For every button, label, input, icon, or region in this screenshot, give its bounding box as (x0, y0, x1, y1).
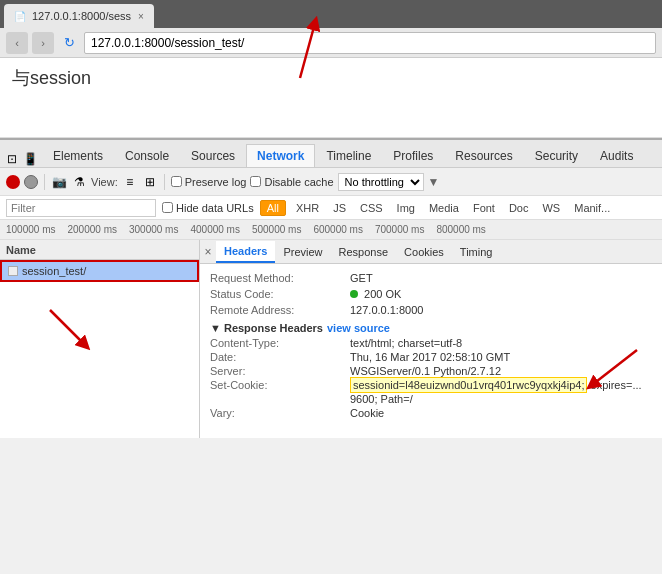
date-row: Date: Thu, 16 Mar 2017 02:58:10 GMT (210, 350, 652, 364)
set-cookie-value: sessionid=l48euizwnd0u1vrq401rwc9yqxkj4i… (350, 379, 642, 391)
arrow-to-name (30, 300, 130, 360)
timeline-label-3: 400000 ms (184, 224, 245, 235)
timeline-label-5: 600000 ms (307, 224, 368, 235)
status-green-dot (350, 290, 358, 298)
tab-timeline[interactable]: Timeline (315, 144, 382, 167)
preserve-log-checkbox[interactable] (171, 176, 182, 187)
details-tab-timing[interactable]: Timing (452, 242, 501, 262)
content-type-key: Content-Type: (210, 337, 350, 349)
preserve-log-label: Preserve log (171, 176, 247, 188)
status-code-value: 200 OK (350, 288, 652, 300)
separator (44, 174, 45, 190)
timeline-label-0: 100000 ms (0, 224, 61, 235)
clear-button[interactable] (24, 175, 38, 189)
remote-address-value: 127.0.0.1:8000 (350, 304, 652, 316)
server-row: Server: WSGIServer/0.1 Python/2.7.12 (210, 364, 652, 378)
filter-media-button[interactable]: Media (425, 201, 463, 215)
details-tab-preview[interactable]: Preview (275, 242, 330, 262)
content-type-row: Content-Type: text/html; charset=utf-8 (210, 336, 652, 350)
list-view-icon[interactable]: ≡ (122, 174, 138, 190)
hide-data-urls-checkbox[interactable] (162, 202, 173, 213)
path-row: 9600; Path=/ (210, 392, 652, 406)
timeline-label-2: 300000 ms (123, 224, 184, 235)
remote-address-row: Remote Address: 127.0.0.1:8000 (210, 302, 652, 318)
filter-icon[interactable]: ⚗ (71, 174, 87, 190)
browser-tab[interactable]: 📄 127.0.0.1:8000/sess... × (4, 4, 154, 28)
tab-profiles[interactable]: Profiles (382, 144, 444, 167)
timeline-header: 100000 ms 200000 ms 300000 ms 400000 ms … (0, 220, 662, 240)
view-label: View: (91, 176, 118, 188)
back-button[interactable]: ‹ (6, 32, 28, 54)
details-tab-headers[interactable]: Headers (216, 241, 275, 263)
page-title: 与session (12, 68, 91, 88)
request-method-value: GET (350, 272, 652, 284)
forward-button[interactable]: › (32, 32, 54, 54)
filter-manif-button[interactable]: Manif... (570, 201, 614, 215)
server-value: WSGIServer/0.1 Python/2.7.12 (350, 365, 501, 377)
cookie-highlight: sessionid=l48euizwnd0u1vrq401rwc9yqxkj4i… (350, 377, 587, 393)
throttle-select[interactable]: No throttling (338, 173, 424, 191)
view-source-link[interactable]: view source (327, 322, 390, 334)
disable-cache-label: Disable cache (250, 176, 333, 188)
address-bar[interactable] (84, 32, 656, 54)
timeline-label-4: 500000 ms (246, 224, 307, 235)
set-cookie-key: Set-Cookie: (210, 379, 350, 391)
devtools-tab-bar: ⊡ 📱 Elements Console Sources Network Tim… (0, 140, 662, 168)
date-value: Thu, 16 Mar 2017 02:58:10 GMT (350, 351, 510, 363)
vary-value: Cookie (350, 407, 384, 419)
status-code-key: Status Code: (210, 288, 350, 300)
request-method-row: Request Method: GET (210, 270, 652, 286)
date-key: Date: (210, 351, 350, 363)
server-key: Server: (210, 365, 350, 377)
details-panel: × Headers Preview Response Cookies Timin… (200, 240, 662, 438)
tab-console[interactable]: Console (114, 144, 180, 167)
content-type-value: text/html; charset=utf-8 (350, 337, 462, 349)
filter-font-button[interactable]: Font (469, 201, 499, 215)
inspect-icon[interactable]: ⊡ (4, 151, 20, 167)
refresh-button[interactable]: ↻ (58, 32, 80, 54)
record-button[interactable] (6, 175, 20, 189)
filter-doc-button[interactable]: Doc (505, 201, 533, 215)
timeline-label-6: 700000 ms (369, 224, 430, 235)
tab-close-button[interactable]: × (138, 11, 144, 22)
grid-view-icon[interactable]: ⊞ (142, 174, 158, 190)
filter-img-button[interactable]: Img (393, 201, 419, 215)
name-panel-header: Name (0, 240, 199, 260)
details-tab-bar: × Headers Preview Response Cookies Timin… (200, 240, 662, 264)
filter-all-button[interactable]: All (260, 200, 286, 216)
status-code-row: Status Code: 200 OK (210, 286, 652, 302)
tab-elements[interactable]: Elements (42, 144, 114, 167)
tab-title: 127.0.0.1:8000/sess... (32, 10, 132, 22)
filter-xhr-button[interactable]: XHR (292, 201, 323, 215)
filter-input[interactable] (6, 199, 156, 217)
details-close-button[interactable]: × (200, 244, 216, 260)
filter-css-button[interactable]: CSS (356, 201, 387, 215)
timeline-label-7: 800000 ms (430, 224, 491, 235)
request-item[interactable]: session_test/ (0, 260, 199, 282)
tab-resources[interactable]: Resources (444, 144, 523, 167)
vary-row: Vary: Cookie (210, 406, 652, 420)
request-item-icon (8, 266, 18, 276)
filter-js-button[interactable]: JS (329, 201, 350, 215)
name-panel: Name session_test/ (0, 240, 200, 438)
response-headers-section: ▼ Response Headers view source (210, 318, 652, 336)
tab-audits[interactable]: Audits (589, 144, 644, 167)
filter-ws-button[interactable]: WS (538, 201, 564, 215)
tab-network[interactable]: Network (246, 144, 315, 167)
tab-sources[interactable]: Sources (180, 144, 246, 167)
remote-address-key: Remote Address: (210, 304, 350, 316)
camera-icon[interactable]: 📷 (51, 174, 67, 190)
vary-key: Vary: (210, 407, 350, 419)
throttle-dropdown-icon[interactable]: ▼ (428, 175, 440, 189)
tab-security[interactable]: Security (524, 144, 589, 167)
path-value: 9600; Path=/ (350, 393, 413, 405)
svg-line-3 (50, 310, 85, 345)
hide-data-urls-label: Hide data URLs (162, 202, 254, 214)
set-cookie-row: Set-Cookie: sessionid=l48euizwnd0u1vrq40… (210, 378, 652, 392)
request-item-label: session_test/ (22, 265, 86, 277)
details-tab-cookies[interactable]: Cookies (396, 242, 452, 262)
disable-cache-checkbox[interactable] (250, 176, 261, 187)
path-key (210, 393, 350, 405)
mobile-icon[interactable]: 📱 (22, 151, 38, 167)
details-tab-response[interactable]: Response (331, 242, 397, 262)
